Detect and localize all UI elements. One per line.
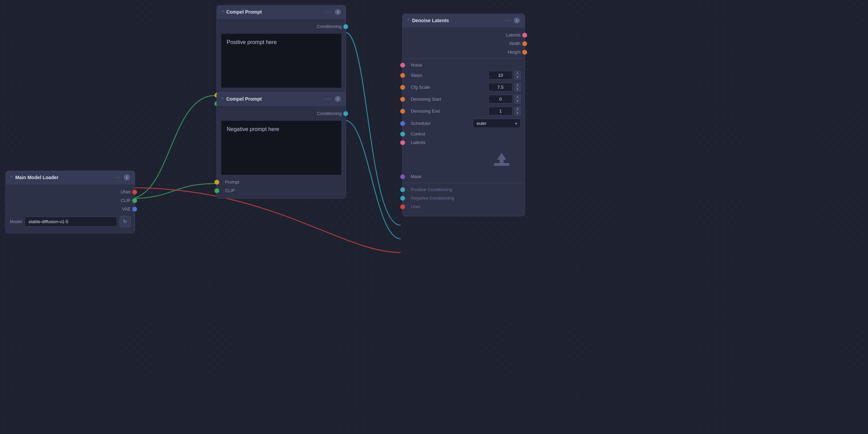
cfg-scale-input[interactable] bbox=[489, 83, 512, 91]
denoise-end-up-btn[interactable]: ▲ bbox=[514, 107, 521, 111]
height-output-label: Height bbox=[508, 49, 521, 55]
denoising-start-label: Denoising Start bbox=[411, 97, 441, 102]
conditioning-output-port[interactable] bbox=[343, 24, 348, 29]
model-clip-output-label: CLIP bbox=[121, 198, 131, 203]
scheduler-label: Scheduler bbox=[411, 121, 431, 126]
neg-conditioning-output-port[interactable] bbox=[343, 111, 348, 116]
steps-input-port[interactable] bbox=[400, 73, 405, 78]
denoise-start-port[interactable] bbox=[400, 97, 405, 102]
clip-input-port-negative[interactable] bbox=[214, 188, 219, 193]
model-select[interactable]: stable-diffusion-v1-5 bbox=[25, 217, 117, 227]
noise-input-port[interactable] bbox=[400, 63, 405, 68]
mask-input-port[interactable] bbox=[400, 174, 405, 179]
denoise-info[interactable]: i bbox=[514, 17, 520, 24]
model-loader-header: ^ Main Model Loader ··· i bbox=[6, 171, 135, 184]
height-output-port[interactable] bbox=[522, 50, 527, 55]
width-output-port[interactable] bbox=[522, 41, 527, 46]
denoise-header: ^ Denoise Latents ··· i bbox=[403, 14, 525, 27]
compel-positive-title: Compel Prompt bbox=[226, 9, 262, 15]
model-loader-menu[interactable]: ··· bbox=[115, 174, 121, 180]
compel-positive-header: ^ Compel Prompt ··· i bbox=[217, 5, 346, 19]
compel-negative-collapse[interactable]: ^ bbox=[222, 97, 224, 101]
denoise-collapse[interactable]: ^ bbox=[407, 18, 409, 23]
latents-output-port[interactable] bbox=[522, 33, 527, 38]
unet-output-port[interactable] bbox=[132, 190, 137, 194]
compel-negative-menu[interactable]: ··· bbox=[326, 96, 332, 102]
svg-marker-1 bbox=[497, 153, 506, 163]
positive-conditioning-port[interactable] bbox=[400, 187, 405, 192]
compel-positive-menu[interactable]: ··· bbox=[326, 9, 332, 15]
model-loader-title: Main Model Loader bbox=[15, 175, 59, 180]
latents-input-port[interactable] bbox=[400, 140, 405, 145]
denoise-start-down-btn[interactable]: ▼ bbox=[514, 99, 521, 103]
denoise-end-down-btn[interactable]: ▼ bbox=[514, 111, 521, 115]
model-loader-collapse[interactable]: ^ bbox=[11, 175, 13, 180]
upload-icon bbox=[492, 150, 511, 169]
cfg-scale-label: Cfg Scale bbox=[411, 85, 430, 90]
neg-prompt-input-label: Prompt bbox=[225, 179, 239, 185]
neg-prompt-input-port[interactable] bbox=[214, 180, 219, 185]
main-model-loader-node: ^ Main Model Loader ··· i UNet CLIP VAE … bbox=[5, 171, 135, 233]
denoise-end-port[interactable] bbox=[400, 109, 405, 114]
latents-input-label: Latents bbox=[411, 140, 425, 145]
control-input-port[interactable] bbox=[400, 132, 405, 136]
compel-positive-info[interactable]: i bbox=[335, 9, 341, 15]
svg-rect-0 bbox=[494, 163, 509, 166]
steps-down-btn[interactable]: ▼ bbox=[514, 75, 521, 79]
model-field-label: Model bbox=[10, 219, 22, 224]
steps-label: Steps bbox=[411, 73, 422, 78]
denoise-start-up-btn[interactable]: ▲ bbox=[514, 95, 521, 99]
mask-input-label: Mask bbox=[411, 174, 421, 179]
model-refresh-button[interactable]: ↻ bbox=[120, 216, 131, 227]
control-input-label: Control bbox=[411, 131, 425, 136]
denoising-start-input[interactable] bbox=[489, 95, 512, 103]
steps-input[interactable] bbox=[489, 71, 512, 79]
scheduler-select[interactable]: euler dpm ddim pndm lms bbox=[473, 119, 521, 128]
denoising-end-input[interactable] bbox=[489, 107, 512, 115]
negative-conditioning-port[interactable] bbox=[400, 196, 405, 201]
denoising-end-label: Denoising End bbox=[411, 108, 440, 114]
denoise-latents-node: ^ Denoise Latents ··· i Latents Width He… bbox=[402, 14, 525, 216]
width-output-label: Width bbox=[509, 41, 521, 46]
negative-prompt-textarea[interactable]: Negative prompt here bbox=[221, 120, 342, 175]
scheduler-input-port[interactable] bbox=[400, 121, 405, 126]
neg-conditioning-output-label: Conditioning bbox=[317, 111, 342, 116]
positive-conditioning-label: Positive Conditioning bbox=[411, 187, 452, 192]
compel-negative-title: Compel Prompt bbox=[226, 96, 262, 102]
denoise-menu[interactable]: ··· bbox=[505, 17, 511, 24]
model-clip-output-port[interactable] bbox=[132, 198, 137, 203]
compel-negative-header: ^ Compel Prompt ··· i bbox=[217, 92, 346, 106]
latents-output-label: Latents bbox=[506, 32, 521, 38]
denoise-title: Denoise Latents bbox=[412, 18, 449, 23]
clip-input-label-negative: CLIP bbox=[225, 188, 235, 193]
model-loader-info[interactable]: i bbox=[124, 174, 130, 180]
unet-output-label: UNet bbox=[120, 189, 131, 194]
unet-input-label: Unet bbox=[411, 204, 420, 209]
vae-output-port[interactable] bbox=[132, 207, 137, 212]
conditioning-output-label: Conditioning bbox=[317, 24, 342, 29]
compel-positive-collapse[interactable]: ^ bbox=[222, 10, 224, 14]
vae-output-label: VAE bbox=[122, 206, 131, 212]
cfg-up-btn[interactable]: ▲ bbox=[514, 83, 521, 87]
steps-up-btn[interactable]: ▲ bbox=[514, 71, 521, 75]
cfg-down-btn[interactable]: ▼ bbox=[514, 87, 521, 91]
noise-input-label: Noise bbox=[411, 62, 422, 68]
refresh-icon: ↻ bbox=[123, 219, 127, 224]
compel-negative-info[interactable]: i bbox=[335, 96, 341, 102]
cfg-input-port[interactable] bbox=[400, 85, 405, 90]
unet-input-port[interactable] bbox=[400, 204, 405, 209]
negative-conditioning-label: Negative Conditioning bbox=[411, 196, 454, 201]
positive-prompt-textarea[interactable]: Positive prompt here bbox=[221, 33, 342, 88]
compel-negative-node: ^ Compel Prompt ··· i Conditioning Negat… bbox=[216, 92, 346, 199]
